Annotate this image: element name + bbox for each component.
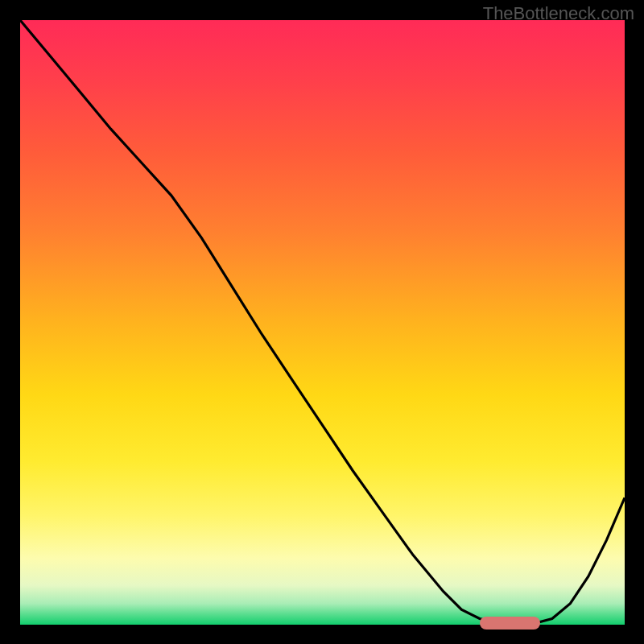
watermark-text: TheBottleneck.com bbox=[483, 3, 634, 24]
chart-container bbox=[20, 20, 625, 625]
chart-svg bbox=[20, 20, 625, 625]
marker-bar bbox=[480, 617, 540, 630]
chart-gradient-bg bbox=[20, 20, 625, 625]
